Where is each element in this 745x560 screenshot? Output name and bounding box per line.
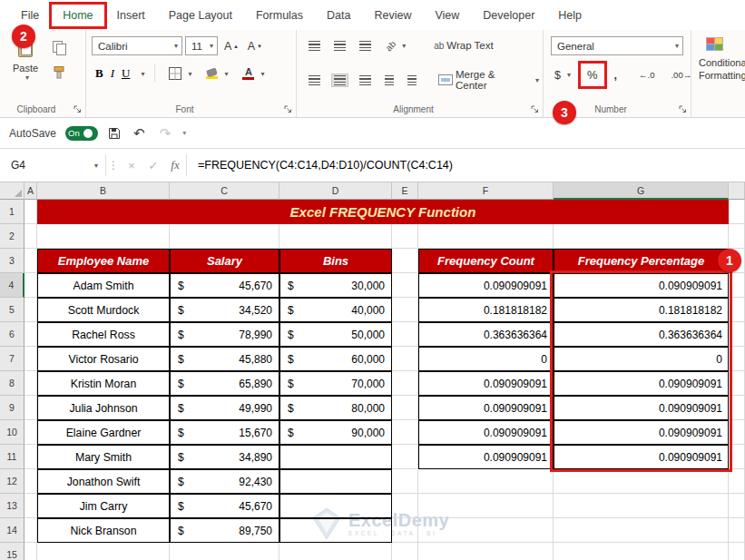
cell-F3[interactable]: Frequency Count: [418, 249, 554, 273]
grid-cell-E6[interactable]: [392, 322, 418, 347]
column-header-D[interactable]: D: [279, 182, 392, 200]
grid-cell-H15[interactable]: [729, 543, 745, 560]
grid-cell-E2[interactable]: [392, 224, 418, 249]
alignment-dialog-launcher-icon[interactable]: [531, 105, 539, 113]
grow-font-button[interactable]: A▴: [221, 38, 241, 54]
column-header-C[interactable]: C: [170, 182, 279, 200]
redo-button[interactable]: ↷: [157, 125, 174, 142]
tab-file[interactable]: File: [9, 4, 51, 27]
cell-F5[interactable]: 0.181818182: [418, 298, 554, 322]
merge-center-button[interactable]: Merge & Center ▾: [435, 67, 543, 93]
column-header-E[interactable]: E: [392, 182, 418, 200]
italic-button[interactable]: I: [111, 66, 114, 81]
align-bottom-button[interactable]: [357, 39, 374, 53]
row-header-5[interactable]: 5: [0, 298, 25, 322]
select-all-corner[interactable]: [0, 182, 25, 200]
grid-cell-A2[interactable]: [25, 224, 37, 249]
grid-cell-H2[interactable]: [729, 224, 745, 249]
grid-cell-D2[interactable]: [279, 224, 392, 249]
grid-cell-E8[interactable]: [392, 371, 418, 396]
grid-cell-B15[interactable]: [37, 543, 170, 560]
grid-cell-A4[interactable]: [25, 273, 37, 298]
cell-B6[interactable]: Rachel Ross: [37, 322, 170, 347]
row-header-12[interactable]: 12: [0, 469, 25, 494]
grid-cell-A1[interactable]: [25, 200, 37, 224]
cell-D7[interactable]: $60,000: [279, 347, 392, 371]
row-header-3[interactable]: 3: [0, 249, 25, 273]
grid-cell-A7[interactable]: [25, 347, 37, 371]
cell-C11[interactable]: $34,890: [170, 445, 279, 469]
cell-F9[interactable]: 0.090909091: [418, 396, 554, 420]
cell-D13[interactable]: [279, 494, 392, 518]
cell-C13[interactable]: $45,670: [170, 494, 279, 518]
cell-D6[interactable]: $50,000: [279, 322, 392, 347]
borders-button[interactable]: ▾: [165, 65, 195, 82]
column-header-A[interactable]: A: [25, 182, 37, 200]
comma-style-button[interactable]: ,: [611, 67, 621, 84]
cell-C3[interactable]: Salary: [170, 249, 279, 273]
grid-cell-G13[interactable]: [554, 494, 729, 518]
grid-cell-A10[interactable]: [25, 420, 37, 445]
cell-B13[interactable]: Jim Carry: [37, 494, 170, 518]
column-header-F[interactable]: F: [418, 182, 554, 200]
increase-decimal-button[interactable]: ←.0: [635, 68, 658, 82]
grid-cell-A15[interactable]: [25, 543, 37, 560]
grid-cell-C15[interactable]: [170, 543, 279, 560]
cell-B11[interactable]: Mary Smith: [37, 445, 170, 469]
format-painter-icon[interactable]: [53, 66, 66, 79]
align-top-button[interactable]: [306, 39, 323, 53]
row-header-13[interactable]: 13: [0, 494, 25, 518]
name-box[interactable]: G4 ▾: [0, 149, 105, 182]
row-header-6[interactable]: 6: [0, 322, 25, 347]
grid-cell-H13[interactable]: [729, 494, 745, 518]
orientation-button[interactable]: ab▾: [382, 39, 409, 53]
row-header-15[interactable]: 15: [0, 543, 25, 560]
column-header-G[interactable]: G: [554, 182, 729, 200]
font-name-combo[interactable]: Calibri ▾: [92, 36, 182, 55]
formula-input[interactable]: =FREQUENCY(C4:C14,D4:D10)/COUNT(C4:C14): [187, 149, 745, 182]
row-header-10[interactable]: 10: [0, 420, 25, 445]
row-header-7[interactable]: 7: [0, 347, 25, 371]
cell-B5[interactable]: Scott Murdock: [37, 298, 170, 322]
grid-cell-B2[interactable]: [37, 224, 170, 249]
row-header-11[interactable]: 11: [0, 445, 25, 469]
grid-cell-E4[interactable]: [392, 273, 418, 298]
cell-D14[interactable]: [279, 518, 392, 543]
cell-D9[interactable]: $80,000: [279, 396, 392, 420]
cell-C8[interactable]: $65,890: [170, 371, 279, 396]
row-header-2[interactable]: 2: [0, 224, 25, 249]
cell-F4[interactable]: 0.090909091: [418, 273, 554, 298]
formula-bar-handle[interactable]: ⋮: [106, 149, 121, 182]
grid-cell-A5[interactable]: [25, 298, 37, 322]
column-header-B[interactable]: B: [37, 182, 170, 200]
grid-cell-E11[interactable]: [392, 445, 418, 469]
autosave-toggle[interactable]: On: [65, 126, 98, 141]
grid-cell-A8[interactable]: [25, 371, 37, 396]
row-header-1[interactable]: 1: [0, 200, 25, 224]
cell-C14[interactable]: $89,750: [170, 518, 279, 543]
tab-developer[interactable]: Developer: [471, 4, 546, 27]
tab-data[interactable]: Data: [315, 4, 362, 27]
row-header-4[interactable]: 4: [0, 273, 25, 298]
grid-cell-F14[interactable]: [418, 518, 554, 543]
cell-D5[interactable]: $40,000: [279, 298, 392, 322]
row-header-14[interactable]: 14: [0, 518, 25, 543]
grid-cell-A11[interactable]: [25, 445, 37, 469]
shrink-font-button[interactable]: A▾: [244, 38, 265, 54]
grid-cell-A9[interactable]: [25, 396, 37, 420]
grid-cell-E15[interactable]: [392, 543, 418, 560]
tab-formulas[interactable]: Formulas: [244, 4, 315, 27]
grid-cell-E7[interactable]: [392, 347, 418, 371]
cell-C10[interactable]: $15,670: [170, 420, 279, 445]
percent-style-button[interactable]: %: [583, 66, 602, 84]
tab-insert[interactable]: Insert: [105, 4, 157, 27]
align-middle-button[interactable]: [331, 39, 348, 53]
align-left-button[interactable]: [306, 74, 323, 87]
grid-cell-H12[interactable]: [729, 469, 745, 494]
cell-D12[interactable]: [279, 469, 392, 494]
insert-function-button[interactable]: fx: [164, 149, 186, 182]
fill-color-button[interactable]: ▾: [202, 67, 231, 81]
tab-home[interactable]: Home: [51, 4, 104, 27]
underline-button[interactable]: U: [122, 66, 130, 81]
grid-cell-F15[interactable]: [418, 543, 554, 560]
